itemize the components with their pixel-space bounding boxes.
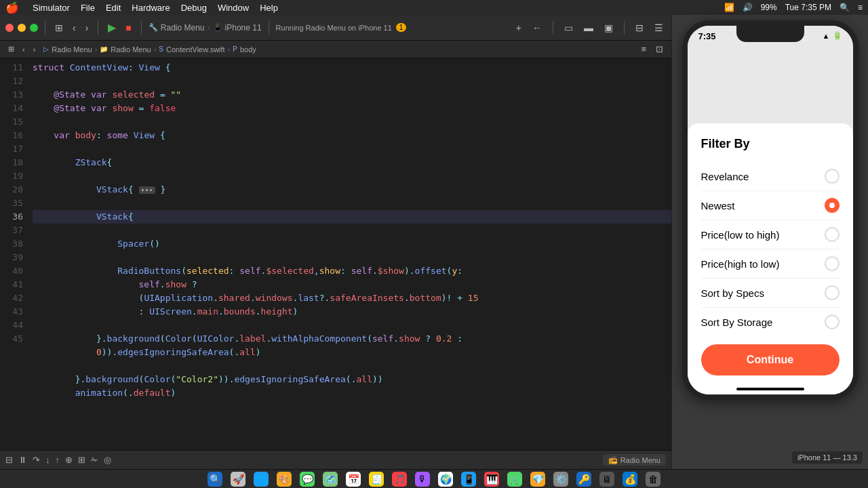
breadcrumb-forward[interactable]: › [31,44,39,55]
code-line-41b [33,319,671,332]
step-out-icon[interactable]: ↑ [56,455,60,465]
simulator-footer: iPhone 11 — 13.3 [792,451,863,464]
code-line-12 [33,75,671,88]
console-icon[interactable]: ⊟ [5,455,13,465]
step-in-icon[interactable]: ↓ [45,455,50,465]
dock-safari[interactable]: 🌐 [254,472,269,487]
control-center-icon[interactable]: ≡ [858,3,863,12]
toolbar-sep-4 [269,21,269,35]
filter-option-price-low[interactable]: Price(low to high) [701,220,840,249]
dock-maps[interactable]: 🗺️ [323,472,338,487]
stop-button[interactable]: ■ [123,21,134,35]
toolbar-sep-2 [98,21,98,35]
code-content[interactable]: struct ContentView: View { @State var se… [27,58,671,450]
project-name: Radio Menu [161,23,205,33]
apple-menu-icon[interactable]: 🍎 [5,1,19,14]
add-editor-button[interactable]: + [513,21,524,35]
iphone-notch [736,26,804,42]
memory-icon[interactable]: ⊕ [65,455,73,465]
radio-price-high[interactable] [825,256,840,271]
radio-sort-storage[interactable] [825,314,840,329]
toolbar-separator [45,21,45,35]
menu-debug[interactable]: Debug [181,3,207,13]
code-editor[interactable]: 11 12 13 14 15 16 17 18 19 20 35 36 37 3… [0,58,671,450]
dock-systemprefs[interactable]: ⚙️ [553,472,568,487]
layout-2-button[interactable]: ▬ [581,21,596,35]
pause-icon[interactable]: ⏸ [18,455,27,465]
filter-option-price-high[interactable]: Price(high to low) [701,249,840,279]
continue-button[interactable]: Continue [701,344,840,375]
layout-1-button[interactable]: ▭ [561,21,576,35]
filter-option-sort-specs[interactable]: Sort by Specs [701,279,840,308]
dock-music[interactable]: 🎵 [392,472,407,487]
dock-itunes[interactable]: 🎹 [484,472,499,487]
dock-launchpad[interactable]: 🚀 [231,472,245,487]
minimize-button[interactable] [18,24,26,32]
breadcrumb-symbol[interactable]: P body [233,45,256,54]
fullscreen-button[interactable] [30,24,38,32]
menu-file[interactable]: File [81,3,95,13]
close-button[interactable] [5,24,14,32]
dock-sketch2[interactable]: 💎 [530,472,545,487]
dock-finder[interactable]: 🔍 [208,472,222,487]
toolbar-sep-5 [553,21,553,35]
back-nav-button[interactable]: ← [530,21,545,35]
device-name: iPhone 11 [225,23,262,33]
layout-3-button[interactable]: ▣ [601,21,616,35]
code-line-40b: self.show ? [33,278,671,291]
split-view-icon[interactable]: ⊞ [78,455,85,465]
dock-sketch[interactable]: 🎨 [277,472,292,487]
filter-label-sort-storage: Sort By Storage [701,317,773,328]
filter-option-revelance[interactable]: Revelance [701,162,840,191]
grid-view-button[interactable]: ⊞ [52,21,66,35]
code-line-35 [33,197,671,210]
radio-sort-specs[interactable] [825,285,840,300]
jump-bar-button[interactable]: ≡ [638,43,649,56]
scheme-name: Radio Menu [620,456,660,464]
dock-messages[interactable]: 💬 [300,472,315,487]
breadcrumb-root[interactable]: ▷ Radio Menu [43,45,92,54]
menu-window[interactable]: Window [218,3,249,13]
location-icon[interactable]: ◎ [104,455,111,465]
step-over-icon[interactable]: ↷ [33,455,40,465]
dock-calendar[interactable]: 📅 [346,472,361,487]
menu-simulator[interactable]: Simulator [33,3,70,13]
back-button[interactable]: ‹ [70,21,79,35]
dock-podcasts[interactable]: 🎙 [415,472,430,487]
inspector-button[interactable]: ⊟ [633,21,646,35]
dock-simulator[interactable]: 🖥 [599,472,614,487]
radio-price-low[interactable] [825,227,840,242]
run-button[interactable]: ▶ [105,20,119,35]
editor-options-button[interactable]: ⊡ [653,43,666,56]
dock-imovie[interactable]: 🛒 [507,472,522,487]
forward-button[interactable]: › [83,21,92,35]
dock-trash[interactable]: 🗑 [646,472,660,487]
breadcrumb-group[interactable]: 📁 Radio Menu [100,45,151,54]
code-line-38: Spacer() [33,237,671,251]
menu-help[interactable]: Help [260,3,278,13]
code-line-19 [33,169,671,183]
breadcrumb-file[interactable]: S ContentView.swift [159,45,224,54]
dock-keychain[interactable]: 🔑 [576,472,591,487]
scheme-selector[interactable]: 📻 Radio Menu [603,454,666,466]
warning-badge[interactable]: 1 [396,23,407,32]
code-line-43 [33,359,671,373]
filter-option-sort-storage[interactable]: Sort By Storage [701,308,840,336]
breadcrumb-menu-button[interactable]: ⊞ [5,43,17,55]
menu-edit[interactable]: Edit [106,3,121,13]
dock-edge[interactable]: 💰 [623,472,637,487]
code-fold-icon[interactable]: ✁ [91,455,98,465]
menu-hardware[interactable]: Hardware [132,3,170,13]
dock-appstore[interactable]: 📱 [461,472,476,487]
radio-revelance[interactable] [825,169,840,184]
navigator-button[interactable]: ☰ [652,21,666,35]
dock-notes[interactable]: 🧾 [369,472,384,487]
radio-newest[interactable] [825,198,840,213]
code-line-42: }.background(Color(UIColor.label.withAlp… [33,332,671,346]
filter-option-newest[interactable]: Newest [701,191,840,220]
run-status: Running Radio Menu on iPhone 11 [276,24,392,32]
dock-chrome[interactable]: 🌍 [438,472,453,487]
search-icon[interactable]: 🔍 [840,3,850,12]
breadcrumb-back[interactable]: ‹ [20,44,28,55]
filter-label-sort-specs: Sort by Specs [701,287,764,299]
